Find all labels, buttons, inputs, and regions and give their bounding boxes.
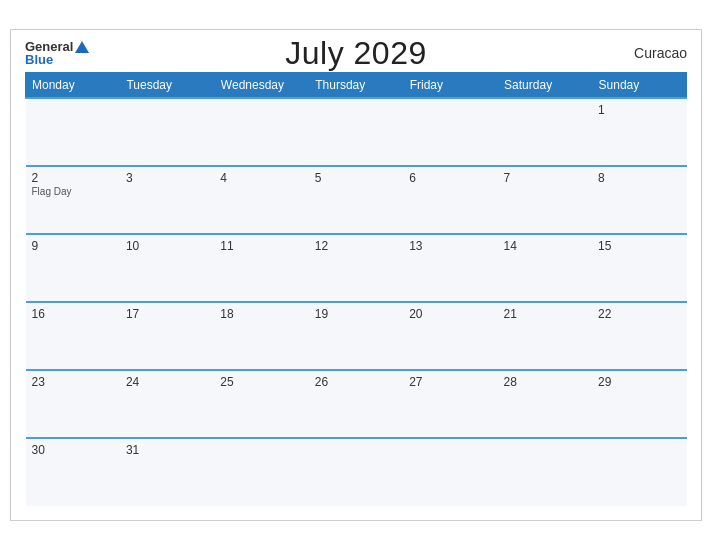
calendar-cell: 19 [309,302,403,370]
day-number: 10 [126,239,208,253]
calendar-cell: 20 [403,302,497,370]
day-number: 29 [598,375,680,389]
calendar-cell: 27 [403,370,497,438]
calendar-cell: 6 [403,166,497,234]
country-label: Curacao [634,45,687,61]
day-number: 2 [32,171,114,185]
calendar-cell: 8 [592,166,686,234]
calendar-week-row: 1 [26,98,687,166]
calendar-week-row: 9101112131415 [26,234,687,302]
calendar-cell [403,438,497,506]
calendar-cell [403,98,497,166]
calendar-cell: 25 [214,370,308,438]
weekday-header-row: MondayTuesdayWednesdayThursdayFridaySatu… [26,73,687,99]
calendar-table: MondayTuesdayWednesdayThursdayFridaySatu… [25,72,687,506]
weekday-header-friday: Friday [403,73,497,99]
weekday-header-thursday: Thursday [309,73,403,99]
day-number: 7 [504,171,586,185]
month-year-title: July 2029 [285,35,426,72]
weekday-header-tuesday: Tuesday [120,73,214,99]
calendar-cell: 1 [592,98,686,166]
day-number: 11 [220,239,302,253]
calendar-cell: 28 [498,370,592,438]
calendar-cell [120,98,214,166]
day-number: 18 [220,307,302,321]
day-number: 24 [126,375,208,389]
calendar-week-row: 16171819202122 [26,302,687,370]
calendar-cell [309,438,403,506]
day-number: 14 [504,239,586,253]
calendar-cell: 24 [120,370,214,438]
calendar-cell [214,98,308,166]
calendar-cell: 7 [498,166,592,234]
day-number: 1 [598,103,680,117]
calendar-cell: 12 [309,234,403,302]
day-number: 22 [598,307,680,321]
day-number: 3 [126,171,208,185]
day-number: 13 [409,239,491,253]
calendar-cell: 29 [592,370,686,438]
day-number: 12 [315,239,397,253]
calendar-cell: 31 [120,438,214,506]
calendar-cell: 16 [26,302,120,370]
day-number: 6 [409,171,491,185]
calendar-week-row: 23242526272829 [26,370,687,438]
day-number: 19 [315,307,397,321]
day-number: 28 [504,375,586,389]
calendar-cell: 5 [309,166,403,234]
calendar: General Blue July 2029 Curacao MondayTue… [10,29,702,521]
day-number: 15 [598,239,680,253]
weekday-header-wednesday: Wednesday [214,73,308,99]
calendar-cell: 9 [26,234,120,302]
calendar-tbody: 12Flag Day345678910111213141516171819202… [26,98,687,506]
calendar-cell [26,98,120,166]
calendar-cell: 3 [120,166,214,234]
logo-blue-text: Blue [25,53,89,66]
day-number: 25 [220,375,302,389]
calendar-cell [309,98,403,166]
day-number: 8 [598,171,680,185]
calendar-cell [214,438,308,506]
day-number: 30 [32,443,114,457]
calendar-cell: 15 [592,234,686,302]
calendar-cell: 21 [498,302,592,370]
logo-triangle-icon [75,41,89,53]
logo: General Blue [25,40,89,66]
calendar-cell: 22 [592,302,686,370]
calendar-cell: 18 [214,302,308,370]
day-number: 26 [315,375,397,389]
calendar-week-row: 2Flag Day345678 [26,166,687,234]
weekday-header-monday: Monday [26,73,120,99]
calendar-cell [498,438,592,506]
day-number: 21 [504,307,586,321]
calendar-cell: 4 [214,166,308,234]
calendar-cell: 2Flag Day [26,166,120,234]
calendar-cell: 23 [26,370,120,438]
holiday-label: Flag Day [32,186,114,197]
calendar-header: General Blue July 2029 Curacao [25,40,687,66]
title-area: July 2029 [285,35,426,72]
day-number: 20 [409,307,491,321]
calendar-cell [498,98,592,166]
calendar-cell: 10 [120,234,214,302]
calendar-cell: 13 [403,234,497,302]
day-number: 27 [409,375,491,389]
calendar-cell: 30 [26,438,120,506]
calendar-week-row: 3031 [26,438,687,506]
calendar-cell: 26 [309,370,403,438]
day-number: 5 [315,171,397,185]
day-number: 4 [220,171,302,185]
weekday-header-saturday: Saturday [498,73,592,99]
calendar-cell: 14 [498,234,592,302]
calendar-cell: 17 [120,302,214,370]
day-number: 17 [126,307,208,321]
day-number: 31 [126,443,208,457]
calendar-cell: 11 [214,234,308,302]
calendar-cell [592,438,686,506]
day-number: 16 [32,307,114,321]
day-number: 9 [32,239,114,253]
calendar-thead: MondayTuesdayWednesdayThursdayFridaySatu… [26,73,687,99]
weekday-header-sunday: Sunday [592,73,686,99]
day-number: 23 [32,375,114,389]
